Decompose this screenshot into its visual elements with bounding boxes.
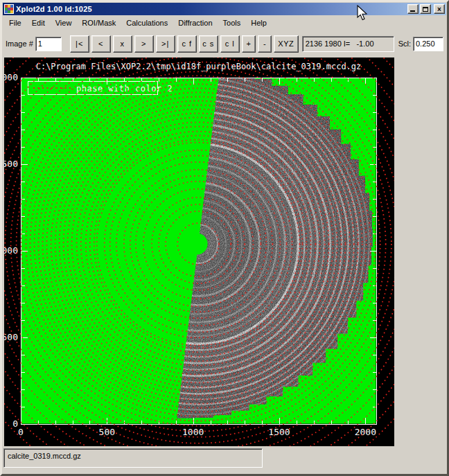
toolbar-button-xyz[interactable]: XYZ: [274, 35, 299, 53]
close-icon: ×: [437, 6, 441, 13]
menu-item-diffraction[interactable]: Diffraction: [173, 17, 218, 29]
app-window: Xplot2d 1.00 Id:1025 × FileEditViewROI/M…: [0, 0, 449, 476]
menu-item-calculations[interactable]: Calculations: [121, 17, 173, 29]
maximize-button[interactable]: [420, 4, 431, 14]
toolbar: Image # |<<x>>|c fc sc l+-XYZ 2136 1980 …: [2, 30, 447, 58]
plot-canvas[interactable]: phase with color 2 050010001500200005000…: [4, 58, 394, 446]
menu-item-tools[interactable]: Tools: [218, 17, 247, 29]
menu-item-file[interactable]: File: [4, 17, 27, 29]
toolbar-button-cf[interactable]: c f: [177, 35, 197, 53]
beamstop: [186, 233, 208, 255]
menu-item-roi-mask[interactable]: ROI/Mask: [77, 17, 121, 29]
y-tick-label: 500: [4, 332, 18, 342]
status-filename: calcite_0319.mccd.gz: [3, 448, 263, 468]
scale-input[interactable]: [413, 37, 443, 51]
app-icon: [4, 4, 14, 14]
toolbar-button-cs[interactable]: c s: [199, 35, 218, 53]
image-number-label: Image #: [6, 39, 33, 48]
plot-svg[interactable]: phase with color 2 050010001500200005000…: [4, 58, 394, 446]
minimize-icon: [410, 10, 415, 12]
titlebar[interactable]: Xplot2d 1.00 Id:1025 ×: [3, 3, 446, 15]
toolbar-button-x[interactable]: x: [113, 35, 132, 53]
toolbar-button-cl[interactable]: c l: [220, 35, 240, 53]
window-title: Xplot2d 1.00 Id:1025: [16, 5, 407, 13]
toolbar-button-nav1[interactable]: <: [91, 35, 111, 53]
plot-title: C:\Program Files\XOP2.2\tmp\id18f_purple…: [36, 62, 362, 71]
x-tick-label: 1500: [268, 427, 290, 437]
y-tick-label: 000: [4, 72, 18, 82]
maximize-icon: [423, 7, 428, 12]
toolbar-button-nav0[interactable]: |<: [70, 35, 89, 53]
toolbar-button-nav3[interactable]: >: [134, 35, 154, 53]
menubar: FileEditViewROI/MaskCalculationsDiffract…: [2, 15, 447, 30]
diffraction-image: [21, 71, 376, 424]
y-tick-label: 500: [4, 159, 18, 169]
x-tick-label: 0: [18, 427, 24, 437]
toolbar-button-nav8[interactable]: +: [242, 35, 256, 53]
toolbar-button-nav4[interactable]: >|: [156, 35, 175, 53]
toolbar-button-nav9[interactable]: -: [258, 35, 272, 53]
minimize-button[interactable]: [407, 4, 419, 14]
x-tick-label: 1000: [182, 427, 204, 437]
close-button[interactable]: ×: [434, 4, 445, 14]
menu-item-view[interactable]: View: [51, 17, 78, 29]
scale-label: Scl:: [398, 39, 411, 48]
y-tick-label: 0: [12, 418, 18, 429]
menu-item-edit[interactable]: Edit: [27, 17, 51, 29]
image-number-input[interactable]: [35, 37, 62, 51]
cursor-readout: 2136 1980 I= -1.00: [302, 36, 394, 52]
menu-item-help[interactable]: Help: [246, 17, 272, 29]
status-row: calcite_0319.mccd.gz: [3, 448, 447, 468]
